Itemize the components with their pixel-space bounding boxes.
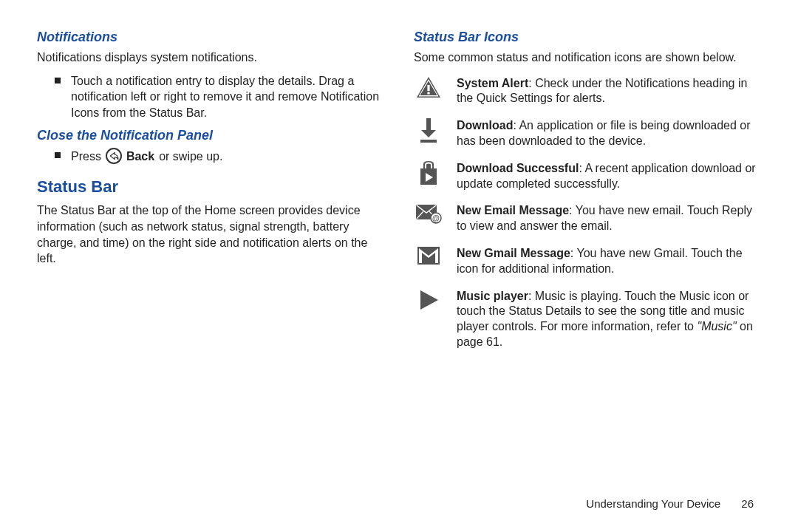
title: New Gmail Message	[457, 247, 570, 259]
icon-row-download: Download: An application or file is bein…	[414, 118, 761, 149]
icon-table: System Alert: Check under the Notificati…	[414, 76, 761, 350]
icon-row-music-player: Music player: Music is playing. Touch th…	[414, 289, 761, 350]
footer-section: Understanding Your Device	[586, 497, 720, 510]
close-panel-bullet: Press Back or swipe up.	[55, 148, 384, 164]
title: Download Successful	[457, 162, 579, 174]
desc-new-email: New Email Message: You have new email. T…	[457, 203, 761, 234]
svg-rect-1	[427, 92, 429, 94]
svg-rect-2	[426, 118, 431, 130]
title: Download	[457, 119, 513, 132]
notifications-bullet: Touch a notification entry to display th…	[55, 73, 384, 121]
icon-row-new-email: @ New Email Message: You have new email.…	[414, 203, 761, 234]
icon-row-download-success: Download Successful: A recent applicatio…	[414, 161, 761, 192]
back-icon	[106, 148, 122, 164]
title: New Email Message	[457, 204, 569, 216]
svg-rect-0	[427, 85, 429, 91]
bullet-icon	[55, 152, 61, 158]
icon-row-system-alert: System Alert: Check under the Notificati…	[414, 76, 761, 107]
bullet-text: Touch a notification entry to display th…	[71, 73, 384, 121]
notifications-heading: Notifications	[37, 30, 384, 45]
download-success-icon	[414, 161, 443, 185]
download-icon	[414, 118, 443, 143]
play-icon	[414, 289, 443, 311]
status-bar-icons-intro: Some common status and notification icon…	[414, 50, 761, 66]
close-rest: or swipe up.	[159, 149, 222, 165]
svg-rect-3	[420, 140, 437, 143]
close-panel-text: Press Back or swipe up.	[71, 148, 384, 164]
alert-icon	[414, 76, 443, 98]
desc-music-player: Music player: Music is playing. Touch th…	[457, 289, 761, 350]
footer: Understanding Your Device 26	[586, 497, 754, 510]
bullet-icon	[55, 78, 61, 83]
status-bar-body: The Status Bar at the top of the Home sc…	[37, 202, 384, 266]
status-bar-icons-heading: Status Bar Icons	[414, 30, 761, 45]
ref: "Music"	[697, 320, 736, 332]
svg-text:@: @	[432, 214, 440, 222]
title: System Alert	[457, 77, 528, 89]
desc-download-success: Download Successful: A recent applicatio…	[457, 161, 761, 192]
email-icon: @	[414, 203, 443, 224]
desc-system-alert: System Alert: Check under the Notificati…	[457, 76, 761, 107]
notifications-intro: Notifications displays system notificati…	[37, 50, 384, 66]
close-panel-heading: Close the Notification Panel	[37, 128, 384, 143]
back-label: Back	[126, 149, 154, 165]
press-label: Press	[71, 149, 101, 165]
desc-new-gmail: New Gmail Message: You have new Gmail. T…	[457, 246, 761, 277]
title: Music player	[457, 290, 528, 302]
right-column: Status Bar Icons Some common status and …	[414, 30, 761, 362]
gmail-icon	[414, 246, 443, 265]
icon-row-new-gmail: New Gmail Message: You have new Gmail. T…	[414, 246, 761, 277]
page-number: 26	[741, 497, 754, 510]
left-column: Notifications Notifications displays sys…	[37, 30, 384, 362]
desc-download: Download: An application or file is bein…	[457, 118, 761, 149]
status-bar-heading: Status Bar	[37, 177, 384, 197]
